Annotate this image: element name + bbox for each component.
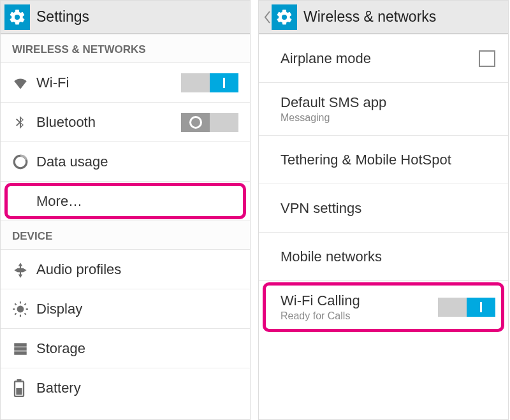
svg-line-6 <box>15 303 16 305</box>
wifi-label: Wi-Fi <box>36 75 175 91</box>
wireless-networks-screen: Wireless & networks Airplane mode Defaul… <box>258 0 509 420</box>
default-sms-sublabel: Messaging <box>280 112 495 124</box>
row-data-usage[interactable]: Data usage <box>1 141 250 181</box>
wifi-toggle[interactable] <box>181 73 238 92</box>
settings-gear-icon <box>272 4 297 30</box>
back-icon[interactable] <box>263 1 272 34</box>
row-battery[interactable]: Battery <box>1 368 250 407</box>
page-title: Settings <box>36 8 89 25</box>
row-vpn[interactable]: VPN settings <box>259 184 508 232</box>
svg-line-7 <box>25 313 26 314</box>
storage-icon <box>12 340 36 357</box>
wifi-icon <box>12 75 36 91</box>
svg-rect-12 <box>14 351 27 354</box>
wifi-calling-sublabel: Ready for Calls <box>280 310 432 322</box>
battery-label: Battery <box>36 380 238 396</box>
display-icon <box>12 301 36 317</box>
airplane-checkbox[interactable] <box>479 50 495 67</box>
svg-rect-15 <box>16 388 22 395</box>
storage-label: Storage <box>36 340 238 357</box>
row-audio-profiles[interactable]: Audio profiles <box>1 249 250 289</box>
section-header-wireless: WIRELESS & NETWORKS <box>1 34 250 62</box>
mobile-networks-label: Mobile networks <box>280 249 495 265</box>
row-bluetooth[interactable]: Bluetooth <box>1 102 250 141</box>
data-usage-icon <box>12 154 36 170</box>
wifi-calling-toggle[interactable] <box>438 298 495 317</box>
battery-icon <box>12 379 36 397</box>
wifi-calling-label: Wi-Fi Calling <box>280 293 432 309</box>
header-settings: Settings <box>1 1 250 34</box>
svg-line-8 <box>15 313 16 314</box>
audio-label: Audio profiles <box>36 261 238 278</box>
row-display[interactable]: Display <box>1 289 250 328</box>
svg-rect-14 <box>17 379 22 382</box>
airplane-label: Airplane mode <box>280 50 432 67</box>
row-airplane-mode[interactable]: Airplane mode <box>259 34 508 82</box>
row-tethering[interactable]: Tethering & Mobile HotSpot <box>259 135 508 184</box>
bluetooth-icon <box>12 114 36 131</box>
default-sms-label: Default SMS app <box>280 94 495 111</box>
bluetooth-label: Bluetooth <box>36 114 175 131</box>
row-default-sms[interactable]: Default SMS app Messaging <box>259 82 508 135</box>
vpn-label: VPN settings <box>280 200 495 217</box>
svg-point-1 <box>17 305 24 312</box>
settings-screen: Settings WIRELESS & NETWORKS Wi-Fi Bluet… <box>0 0 251 420</box>
row-mobile-networks[interactable]: Mobile networks <box>259 232 508 280</box>
more-label: More… <box>36 193 238 210</box>
row-storage[interactable]: Storage <box>1 328 250 368</box>
bluetooth-toggle[interactable] <box>181 113 238 132</box>
display-label: Display <box>36 301 238 317</box>
svg-rect-11 <box>14 347 27 350</box>
tethering-label: Tethering & Mobile HotSpot <box>280 152 495 168</box>
data-usage-label: Data usage <box>36 154 238 170</box>
section-header-device: DEVICE <box>1 221 250 249</box>
header-wireless: Wireless & networks <box>259 1 508 34</box>
svg-rect-10 <box>14 343 27 346</box>
page-title: Wireless & networks <box>303 8 436 25</box>
row-wifi-calling[interactable]: Wi-Fi Calling Ready for Calls <box>259 280 508 333</box>
row-wifi[interactable]: Wi-Fi <box>1 62 250 102</box>
row-more[interactable]: More… <box>1 181 250 221</box>
svg-line-9 <box>25 303 26 305</box>
audio-icon <box>12 261 36 278</box>
settings-gear-icon <box>4 4 30 30</box>
